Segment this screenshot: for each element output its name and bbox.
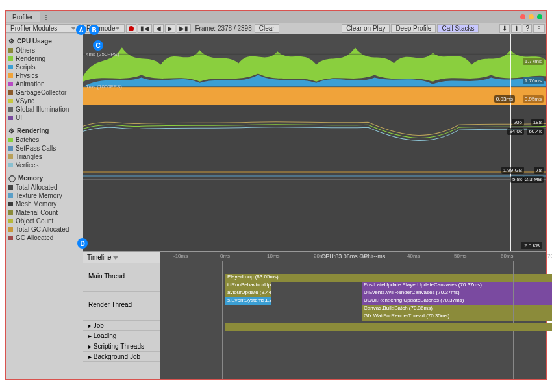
- zoom-label: 2.0 KB: [521, 242, 542, 249]
- chart-area[interactable]: 4ms (250FPS) 1ms (1000FPS) 1.77ms 1.76ms…: [83, 34, 546, 251]
- svg-rect-1: [83, 87, 546, 105]
- category-animation[interactable]: Animation: [8, 80, 81, 88]
- gridline-4ms: 4ms (250FPS): [86, 51, 119, 57]
- category-vertices[interactable]: Vertices: [8, 161, 81, 169]
- timeline-row-job[interactable]: ▸ Job: [83, 321, 160, 331]
- timeline-track[interactable]: PlayerLoop (83.05ms): [225, 274, 552, 282]
- cpu-physics-value2: 0.95ms: [523, 95, 544, 103]
- clear-button[interactable]: Clear: [255, 24, 279, 33]
- mem-obj-value: 78: [534, 167, 544, 174]
- timeline-dropdown[interactable]: Timeline: [87, 254, 118, 261]
- category-gc-allocated[interactable]: GC Allocated: [8, 234, 81, 242]
- tick: 60ms: [501, 253, 514, 259]
- category-total-allocated[interactable]: Total Allocated: [8, 183, 81, 191]
- annotation-badge-d: D: [77, 238, 88, 249]
- annotation-badge-b: B: [89, 25, 99, 35]
- tick: -10ms: [173, 253, 188, 259]
- load-icon[interactable]: ⬆: [511, 24, 521, 33]
- traffic-min-icon[interactable]: [529, 14, 534, 19]
- category-object-count[interactable]: Object Count: [8, 217, 81, 225]
- clear-on-play-button[interactable]: Clear on Play: [342, 24, 390, 33]
- memory-module-header[interactable]: ◯ Memory: [8, 173, 81, 183]
- cpu-module-header[interactable]: ⚙ CPU Usage: [8, 36, 81, 46]
- timeline-track[interactable]: Canvas.BuildBatch (70.36ms): [362, 305, 552, 313]
- category-total-gc-allocated[interactable]: Total GC Allocated: [8, 225, 81, 234]
- timeline-track[interactable]: UGUI.Rendering.UpdateBatches (70.37ms): [362, 297, 552, 305]
- tick: 30ms: [360, 253, 373, 259]
- category-garbagecollector[interactable]: GarbageCollector: [8, 88, 81, 97]
- rendering-module-header[interactable]: ⚙ Rendering: [8, 126, 81, 136]
- category-triangles[interactable]: Triangles: [8, 153, 81, 161]
- tick: 40ms: [407, 253, 420, 259]
- tab-menu-icon[interactable]: ⋮: [43, 14, 49, 21]
- cpu-gpu-label: CPU:83.06ms GPU:--ms: [321, 253, 386, 260]
- timeline-track[interactable]: s.EventSystems.Ev: [225, 297, 271, 305]
- timeline-track[interactable]: Gfx.WaitForRenderThread (70.35ms): [362, 313, 552, 321]
- help-icon[interactable]: ?: [523, 24, 532, 33]
- frame-prev-button[interactable]: ◀: [153, 24, 164, 33]
- timeline-row-main-thread[interactable]: Main Thread: [83, 263, 160, 292]
- render-setpass-value: 188: [531, 119, 544, 126]
- frame-last-button[interactable]: ▶▮: [177, 24, 191, 33]
- mem-total-value: 1.99 GB: [501, 167, 524, 174]
- cpu-script-value: 1.76ms: [523, 77, 544, 84]
- record-button[interactable]: [126, 24, 136, 33]
- frame-first-button[interactable]: ▮◀: [138, 24, 152, 33]
- cpu-physics-value1: 0.03ms: [494, 95, 515, 103]
- timeline-track[interactable]: idRunBehaviourUpd:: [225, 282, 271, 289]
- category-ui[interactable]: UI: [8, 114, 81, 122]
- timeline-row-scripting-threads[interactable]: ▸ Scripting Threads: [83, 341, 160, 352]
- timeline-track[interactable]: PostLateUpdate.PlayerUpdateCanvases (70.…: [362, 282, 552, 289]
- annotation-badge-c: C: [93, 40, 103, 51]
- svg-rect-4: [83, 105, 546, 164]
- tick: 0ms: [220, 253, 230, 259]
- gridline-1ms: 1ms (1000FPS): [86, 84, 122, 90]
- tick: 10ms: [267, 253, 280, 259]
- category-material-count[interactable]: Material Count: [8, 208, 81, 217]
- call-stacks-button[interactable]: Call Stacks: [437, 24, 479, 33]
- cpu-render-value: 1.77ms: [523, 58, 544, 65]
- category-texture-memory[interactable]: Texture Memory: [8, 191, 81, 200]
- category-mesh-memory[interactable]: Mesh Memory: [8, 200, 81, 208]
- category-rendering[interactable]: Rendering: [8, 55, 81, 63]
- timeline-row-render-thread[interactable]: Render Thread: [83, 292, 160, 321]
- timeline-track[interactable]: UIEvents.WillRenderCanvases (70.37ms): [362, 289, 552, 297]
- timeline-track[interactable]: aviourUpdate (8.44: [225, 289, 271, 297]
- traffic-max-icon[interactable]: [537, 14, 542, 19]
- timeline-sidebar: Timeline Main ThreadRender Thread▸ Job▸ …: [83, 251, 160, 379]
- category-physics[interactable]: Physics: [8, 71, 81, 80]
- traffic-close-icon[interactable]: [520, 14, 525, 19]
- category-scripts[interactable]: Scripts: [8, 63, 81, 71]
- timeline-main[interactable]: CPU:83.06ms GPU:--ms -10ms0ms10ms20ms30m…: [160, 251, 546, 379]
- timeline-row-loading[interactable]: ▸ Loading: [83, 331, 160, 341]
- render-thread-strip: [225, 323, 552, 331]
- playmode-dropdown[interactable]: Playmode: [82, 24, 125, 33]
- render-verts-value: 60.4k: [527, 128, 544, 135]
- window-titlebar: Profiler ⋮: [6, 11, 546, 23]
- render-tris-value: 84.0k: [507, 128, 524, 135]
- annotation-badge-a: A: [76, 25, 86, 35]
- category-batches[interactable]: Batches: [8, 136, 81, 144]
- tick: 50ms: [454, 253, 467, 259]
- menu-icon[interactable]: ⋮: [533, 24, 545, 33]
- mem-tex-value: 5.8k: [510, 176, 524, 183]
- svg-rect-5: [83, 164, 546, 251]
- module-sidebar: ⚙ CPU Usage OthersRenderingScriptsPhysic…: [6, 34, 83, 379]
- render-batches-value: 206: [512, 119, 524, 126]
- category-global-illumination[interactable]: Global Illumination: [8, 105, 81, 114]
- category-others[interactable]: Others: [8, 46, 81, 55]
- save-icon[interactable]: ⬇: [499, 24, 510, 33]
- profiler-modules-dropdown[interactable]: Profiler Modules: [6, 24, 81, 33]
- frame-next-button[interactable]: ▶: [165, 24, 175, 33]
- deep-profile-button[interactable]: Deep Profile: [391, 24, 436, 33]
- tick: 20ms: [314, 253, 327, 259]
- category-vsync[interactable]: VSync: [8, 97, 81, 105]
- mem-gc-value: 2.3 MB: [523, 176, 544, 183]
- tick: 70ms: [547, 253, 552, 259]
- frame-label: Frame: 2378 / 2398: [192, 25, 254, 32]
- timeline-row-background-job[interactable]: ▸ Background Job: [83, 352, 160, 362]
- profiler-toolbar: Profiler Modules Playmode ▮◀ ◀ ▶ ▶▮ Fram…: [6, 23, 546, 34]
- profiler-tab[interactable]: Profiler: [6, 12, 40, 22]
- category-setpass-calls[interactable]: SetPass Calls: [8, 144, 81, 153]
